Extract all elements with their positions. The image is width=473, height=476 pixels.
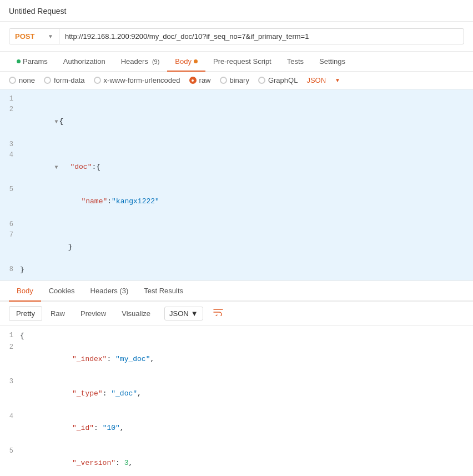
req-line-8: 8 }: [0, 264, 473, 276]
response-tabs-bar: Body Cookies Headers (3) Test Results: [0, 281, 473, 302]
radio-raw: [189, 77, 197, 84]
option-binary[interactable]: binary: [220, 76, 249, 84]
format-raw[interactable]: Raw: [43, 306, 72, 321]
option-graphql-label: GraphQL: [268, 76, 298, 84]
request-tabs-bar: Params Authorization Headers (9) Body Pr…: [0, 52, 473, 72]
format-preview-label: Preview: [80, 309, 106, 318]
resp-line-4: 4 "_id": "10",: [0, 412, 473, 446]
body-options: none form-data x-www-form-urlencoded raw…: [0, 72, 473, 89]
app-container: Untitled Request POST ▼ Params Authoriza…: [0, 0, 473, 476]
format-raw-label: Raw: [51, 309, 65, 318]
req-line-6: 6: [0, 219, 473, 230]
method-dropdown-arrow: ▼: [48, 33, 53, 39]
page-title: Untitled Request: [9, 7, 67, 16]
response-tab-cookies[interactable]: Cookies: [41, 281, 83, 300]
url-input[interactable]: [59, 29, 464, 44]
response-tab-headers[interactable]: Headers (3): [83, 281, 137, 300]
format-pretty[interactable]: Pretty: [9, 306, 42, 321]
req-line-4: 4 ▼"doc":{: [0, 150, 473, 184]
resp-line-5: 5 "_version": 3,: [0, 446, 473, 476]
response-cookies-label: Cookies: [49, 287, 75, 295]
request-body-editor[interactable]: 1 2 ▼{ 3 4 ▼"doc":{ 5 "name":"kangxi222": [0, 89, 473, 281]
req-line-2: 2 ▼{: [0, 104, 473, 139]
response-toolbar: Pretty Raw Preview Visualize JSON ▼: [0, 302, 473, 326]
response-json-label: JSON: [169, 309, 189, 318]
resp-line-1: 1 {: [0, 330, 473, 342]
response-tab-body[interactable]: Body: [9, 281, 41, 300]
req-line-7: 7 }: [0, 230, 473, 264]
json-dropdown-arrow[interactable]: ▼: [335, 77, 340, 83]
format-pretty-label: Pretty: [16, 309, 35, 318]
option-form-data[interactable]: form-data: [44, 76, 85, 84]
response-section: Body Cookies Headers (3) Test Results Pr…: [0, 281, 473, 476]
req-line-3: 3: [0, 139, 473, 150]
resp-line-3: 3 "_type": "_doc",: [0, 377, 473, 411]
tab-params-label: Params: [23, 57, 48, 66]
req-line-5: 5 "name":"kangxi222": [0, 184, 473, 219]
option-none[interactable]: none: [9, 76, 35, 84]
radio-binary: [220, 77, 227, 84]
radio-urlencoded: [94, 77, 101, 84]
response-json-select[interactable]: JSON ▼: [164, 307, 203, 320]
option-raw-label: raw: [199, 76, 211, 84]
option-form-data-label: form-data: [54, 76, 85, 84]
params-dot: [17, 59, 21, 63]
format-visualize-label: Visualize: [122, 309, 150, 318]
tab-params[interactable]: Params: [9, 52, 56, 71]
option-binary-label: binary: [230, 76, 249, 84]
title-bar: Untitled Request: [0, 0, 473, 22]
radio-none: [9, 77, 16, 84]
radio-form-data: [44, 77, 51, 84]
format-preview[interactable]: Preview: [73, 306, 113, 321]
tab-tests-label: Tests: [287, 57, 304, 66]
fold-arrow-2[interactable]: ▼: [54, 119, 58, 125]
format-visualize[interactable]: Visualize: [114, 306, 158, 321]
method-select[interactable]: POST ▼: [9, 29, 59, 44]
headers-badge: (9): [150, 58, 160, 65]
method-label: POST: [15, 32, 34, 41]
response-headers-label: Headers (3): [90, 287, 129, 295]
response-test-results-label: Test Results: [144, 287, 183, 295]
tab-settings-label: Settings: [319, 57, 345, 66]
radio-graphql: [258, 77, 265, 84]
tab-headers-label: Headers: [121, 57, 148, 66]
tab-settings[interactable]: Settings: [311, 52, 353, 71]
tab-authorization[interactable]: Authorization: [56, 52, 113, 71]
json-type-label[interactable]: JSON: [306, 76, 326, 84]
option-urlencoded[interactable]: x-www-form-urlencoded: [94, 76, 180, 84]
tab-body[interactable]: Body: [167, 52, 205, 71]
tab-tests[interactable]: Tests: [279, 52, 311, 71]
response-body-code: 1 { 2 "_index": "my_doc", 3 "_type": "_d…: [0, 326, 473, 476]
resp-line-2: 2 "_index": "my_doc",: [0, 342, 473, 377]
option-graphql[interactable]: GraphQL: [258, 76, 298, 84]
body-dot: [194, 59, 198, 63]
option-urlencoded-label: x-www-form-urlencoded: [104, 76, 180, 84]
option-raw[interactable]: raw: [189, 76, 211, 84]
request-section: POST ▼: [0, 22, 473, 52]
option-none-label: none: [19, 76, 35, 84]
tab-body-label: Body: [175, 57, 192, 66]
req-line-1: 1: [0, 94, 473, 104]
response-json-arrow: ▼: [191, 309, 198, 318]
tab-pre-request-label: Pre-request Script: [213, 57, 271, 66]
tab-authorization-label: Authorization: [63, 57, 105, 66]
url-bar: POST ▼: [9, 28, 464, 44]
response-body-label: Body: [17, 287, 33, 295]
fold-arrow-4[interactable]: ▼: [54, 164, 58, 171]
response-tab-test-results[interactable]: Test Results: [136, 281, 191, 300]
tab-pre-request[interactable]: Pre-request Script: [205, 52, 279, 71]
wrap-btn[interactable]: [209, 306, 228, 320]
tab-headers[interactable]: Headers (9): [113, 52, 168, 71]
